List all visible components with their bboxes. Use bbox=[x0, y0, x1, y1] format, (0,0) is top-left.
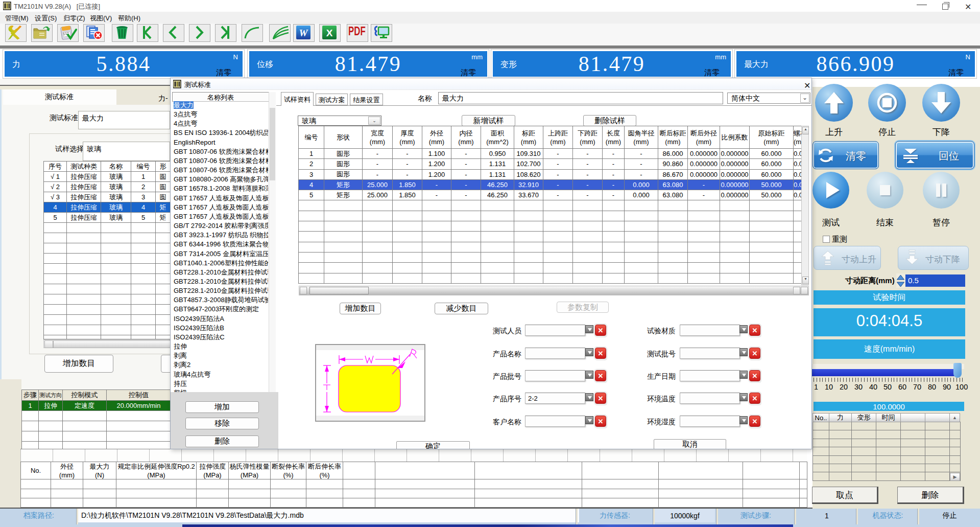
svg-text:X: X bbox=[326, 28, 333, 38]
svg-text:PDF: PDF bbox=[348, 25, 366, 37]
svg-text:W: W bbox=[299, 28, 308, 38]
